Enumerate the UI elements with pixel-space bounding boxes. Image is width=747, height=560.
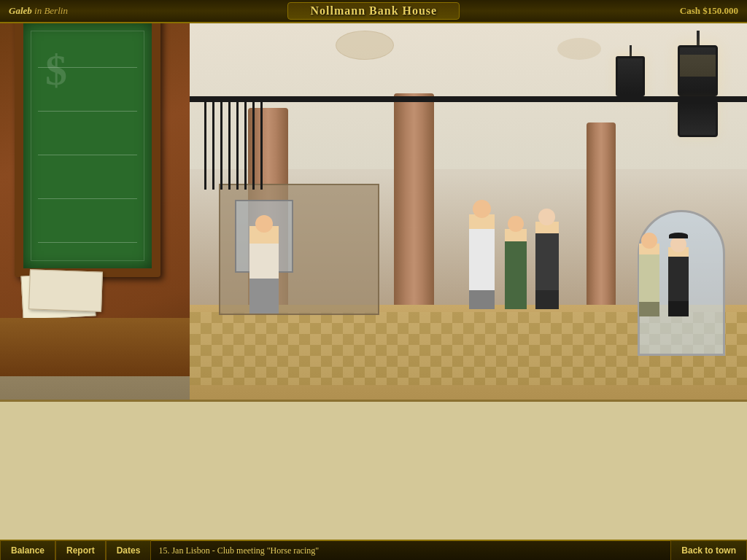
ceiling-ornament-1 [336,31,394,60]
lantern-middle [616,45,645,96]
bank-name: Nollmann Bank House [287,2,460,20]
chalk-decoration: $ [45,45,67,96]
person-2 [505,229,527,309]
person-2-head [508,216,524,232]
iron-gate-area [190,102,747,190]
person-3-head [538,209,555,225]
chalk-line-5 [38,242,137,243]
wood-wall: $ [0,0,190,376]
player-location: Galeb in Berlin [9,5,68,17]
person-1-head [473,200,491,218]
cash-display: Cash $150.000 [680,5,738,17]
status-bar: Balance Report Dates 15. Jan Lisbon - Cl… [0,540,747,560]
back-to-town-button[interactable]: Back to town [670,540,747,560]
player-name: Galeb [9,5,32,16]
person-head [255,215,273,233]
person-1 [469,214,495,309]
cash-label: Cash $ [680,5,708,16]
chalk-line-3 [38,155,137,155]
chalk-line-1 [38,67,137,68]
header: Galeb in Berlin Nollmann Bank House Cash… [0,0,747,23]
people-group [469,214,565,312]
game-scene: $ [0,0,747,400]
bank-interior [190,23,747,400]
person-4 [639,244,659,316]
lantern-main [678,45,718,96]
person-teller [249,226,279,314]
paper-stack-2 [28,269,103,311]
report-button[interactable]: Report [55,540,106,560]
ui-panel: Open Loans Loan $0 repay $0 Take up loan… [0,400,747,560]
chalkboard: $ [15,15,160,277]
lantern-glow [680,55,716,77]
location: in Berlin [34,5,68,16]
iron-rail [190,96,747,102]
person-3 [535,222,559,309]
lantern-mid-body [616,56,645,96]
person-5-hat [669,233,688,238]
balance-button[interactable]: Balance [0,540,55,560]
ceiling-ornament-2 [557,38,601,60]
lantern-rod-mid [630,45,632,56]
dates-button[interactable]: Dates [106,540,152,560]
bank-counter [219,184,379,315]
person-5 [668,247,689,316]
chalk-line-4 [38,198,137,199]
person-5-head [670,236,686,252]
lantern-rod [697,31,700,45]
cash-value: 150.000 [708,5,738,16]
desk [0,318,190,376]
person-4-head [641,233,657,249]
people-far-right [639,244,689,319]
chalk-line-2 [38,111,137,112]
news-ticker: 15. Jan Lisbon - Club meeting "Horse rac… [151,545,670,556]
